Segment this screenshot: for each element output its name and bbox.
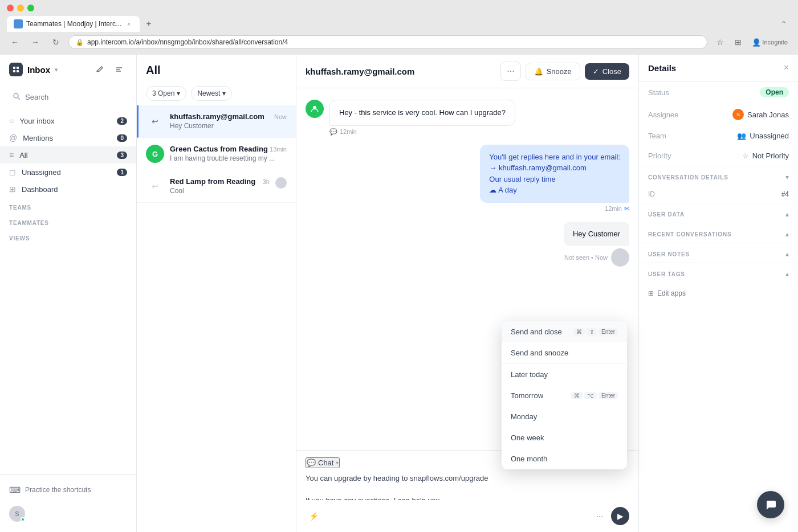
user-notes-title: USER NOTES [648,251,690,257]
close-window-button[interactable] [7,5,14,11]
conv-item-1[interactable]: ↩ khuffash.ramy@gmail.com Now Hey Custom… [137,105,296,138]
compose-button[interactable] [92,62,108,77]
tab-close-button[interactable]: × [125,20,133,28]
details-panel: Details × Status Open Assignee S Sarah J… [638,55,798,532]
incognito-label: Incognito [762,39,788,46]
more-input-options-button[interactable]: ··· [592,508,608,524]
dropdown-item-one-week[interactable]: One week [502,427,627,448]
search-icon [13,92,21,102]
minimize-window-button[interactable] [17,5,24,11]
send-dropdown-menu: Send and close ⌘⇧Enter Send and snooze L… [502,321,627,469]
sidebar-brand[interactable]: Inbox ▾ [9,63,58,76]
conv-2-time: 13min [270,146,287,153]
conv-1-content: khuffash.ramy@gmail.com Now Hey Customer [170,112,287,130]
snooze-button[interactable]: 🔔 Snooze [526,63,580,80]
sidebar-item-your-inbox[interactable]: ○ Your inbox 2 [0,112,136,129]
teams-section-header: TEAMS [0,198,136,213]
conv-item-2[interactable]: G Green Cactus from Reading 13min I am h… [137,138,296,170]
svg-rect-3 [17,70,19,72]
svg-point-4 [14,93,18,98]
collapse-sidebar-button[interactable] [111,62,127,77]
msg-1-text: Hey - this service is very cool. How can… [339,108,506,117]
msg-1-time: 💬 12min [329,128,515,136]
chat-mode-button[interactable]: 💬 Chat ▾ [306,457,340,468]
maximize-window-button[interactable] [27,5,34,11]
details-header: Details × [639,55,798,81]
url-text: app.intercom.io/a/inbox/nnsgmgob/inbox/s… [87,38,288,46]
conv-filters: 3 Open ▾ Newest ▾ [137,81,296,105]
conversation-list: All 3 Open ▾ Newest ▾ ↩ khuffash.ramy@gm… [137,55,296,532]
message-incoming-1: Hey - this service is very cool. How can… [306,100,629,136]
back-button[interactable]: ← [7,34,23,50]
chat-header-email: khuffash.ramy@gmail.com [306,67,414,76]
sidebar-nav: ○ Your inbox 2 @ Mentions 0 ≡ All 3 [0,110,136,474]
browser-chrome: Teammates | Moodjoy | Interc... × + ⌃ ← … [0,0,798,55]
new-tab-button[interactable]: + [142,17,156,31]
inbox-icon: ○ [9,116,14,125]
chat-widget-button[interactable] [757,491,784,518]
newest-filter-button[interactable]: Newest ▾ [191,86,232,101]
close-conv-button[interactable]: ✓ Close [585,63,629,80]
dropdown-item-one-month[interactable]: One month [502,448,627,469]
open-filter-button[interactable]: 3 Open ▾ [146,86,186,101]
your-inbox-badge: 2 [117,117,127,125]
mentions-badge: 0 [117,134,127,142]
dropdown-item-later-today[interactable]: Later today [502,364,627,385]
msg-2-text: You'll get replies here and in your emai… [489,152,620,196]
sidebar-item-mentions[interactable]: @ Mentions 0 [0,129,136,146]
tomorrow-shortcut: ⌘⌥Enter [571,392,618,399]
brand-icon [9,63,23,76]
user-tags-section[interactable]: USER TAGS ▴ [639,263,798,283]
search-row[interactable]: Search [7,89,129,105]
send-close-shortcut: ⌘⇧Enter [573,328,618,335]
status-label: Status [648,88,669,97]
sidebar-item-unassigned[interactable]: ◻ Unassigned 1 [0,163,136,181]
forward-button[interactable]: → [27,34,43,50]
user-notes-section[interactable]: USER NOTES ▴ [639,243,798,263]
tab-bar: Teammates | Moodjoy | Interc... × + ⌃ [0,16,798,32]
conv-details-section[interactable]: CONVERSATION DETAILS ▾ [639,166,798,186]
window-controls: ⌃ [781,20,791,28]
user-tags-title: USER TAGS [648,271,685,277]
user-profile-footer[interactable]: S [9,502,127,525]
url-bar[interactable]: 🔒 app.intercom.io/a/inbox/nnsgmgob/inbox… [68,35,707,49]
dropdown-item-monday[interactable]: Monday [502,406,627,427]
dropdown-item-tomorrow[interactable]: Tomorrow ⌘⌥Enter [502,385,627,406]
chat-input-textarea[interactable]: You can upgrade by heading to snapflows.… [306,473,629,500]
msg-2-time: 12min ✉ [480,205,629,212]
bookmark-button[interactable]: ☆ [712,34,728,50]
incognito-button[interactable]: 👤 Incognito [748,34,791,50]
team-row[interactable]: Team 👥 Unassigned [639,126,798,146]
dropdown-item-send-snooze[interactable]: Send and snooze [502,342,627,363]
practice-shortcuts-item[interactable]: ⌨ Practice the shortcuts [9,482,127,498]
lightning-button[interactable]: ⚡ [306,508,321,524]
user-data-section[interactable]: USER DATA ▴ [639,203,798,223]
refresh-button[interactable]: ↻ [48,34,64,50]
conv-list-title: All [146,64,287,77]
conv-item-3[interactable]: ↩ Red Lamp from Reading 3h Cool [137,170,296,203]
message-outgoing-system: You'll get replies here and in your emai… [306,145,629,212]
assignee-row[interactable]: Assignee S Sarah Jonas [639,103,798,126]
msg-1-avatar [306,100,324,118]
one-week-label: One week [511,433,544,442]
teammates-section-header: TEAMMATES [0,213,136,228]
edit-apps-button[interactable]: ⊞ Edit apps [648,289,789,297]
conv-1-time: Now [274,113,287,120]
recent-conv-section[interactable]: RECENT CONVERSATIONS ▴ [639,223,798,243]
tab-grid-button[interactable]: ⊞ [730,34,746,50]
recent-conv-title: RECENT CONVERSATIONS [648,231,731,238]
priority-row[interactable]: Priority ☆ Not Priority [639,146,798,166]
all-label: All [19,151,27,159]
send-button[interactable]: ▶ [611,507,629,525]
details-close-button[interactable]: × [784,63,789,73]
chat-main: khuffash.ramy@gmail.com ··· 🔔 Snooze ✓ C… [296,55,638,532]
more-options-button[interactable]: ··· [500,62,520,81]
active-tab[interactable]: Teammates | Moodjoy | Interc... × [7,16,140,32]
snooze-icon: 🔔 [534,67,543,76]
dropdown-item-send-close[interactable]: Send and close ⌘⇧Enter [502,321,627,342]
svg-rect-2 [13,70,15,72]
sidebar-item-all[interactable]: ≡ All 3 [0,146,136,163]
team-label: Team [648,132,666,140]
sidebar-item-dashboard[interactable]: ⊞ Dashboard [0,181,136,198]
dashboard-label: Dashboard [22,185,58,194]
